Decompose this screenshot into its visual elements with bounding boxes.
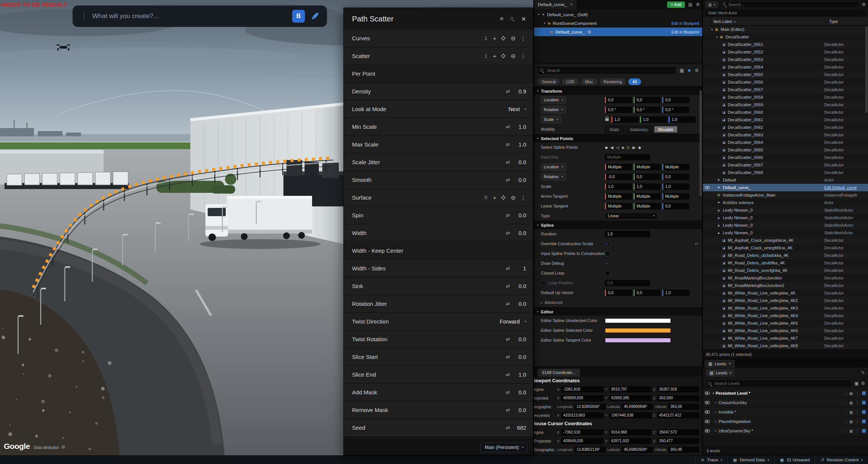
input-input-key[interactable]: Multiple	[605, 154, 650, 160]
vector-field-y[interactable]: 0,0	[634, 290, 661, 296]
ps-row-add-mask[interactable]: Add Mask⇄0.0	[344, 384, 533, 401]
checkbox-input-spline-points-to-construction[interactable]	[605, 251, 610, 256]
loop-position-checkbox[interactable]	[541, 281, 546, 285]
vector-field-y[interactable]: 0,0	[634, 97, 661, 103]
section-editor[interactable]: ▾Editor	[534, 307, 702, 316]
star-icon[interactable]: ★	[687, 68, 691, 73]
outliner-row-decalscatter[interactable]: ▾▣DecalScatter	[703, 33, 868, 41]
outliner-row-decalscatter-0553[interactable]: ◪DecalScatter_0553DecalActor	[703, 56, 868, 63]
swap-icon[interactable]: ⇄	[506, 283, 510, 289]
pencil-icon[interactable]: ✎	[861, 370, 865, 375]
grid-icon[interactable]: ▦	[850, 391, 853, 395]
ps-row-curves[interactable]: Curves1+⊖⋮	[344, 30, 533, 47]
close-icon[interactable]: ✕	[729, 362, 732, 366]
ps-row-slice-start[interactable]: Slice Start⇄0.0	[344, 348, 533, 365]
axis-dropdown[interactable]: Scale▾	[541, 116, 561, 123]
level-color-chip[interactable]	[862, 410, 866, 414]
checkbox-closed-loop[interactable]	[605, 271, 610, 276]
outliner-row-decalscatter-0564[interactable]: ◪DecalScatter_0564DecalActor	[703, 139, 868, 146]
outliner-search-input[interactable]	[720, 1, 859, 8]
grid-icon[interactable]: ▦	[850, 410, 853, 414]
light-icon[interactable]: ◌	[845, 410, 847, 414]
statusbar-31-unsaved[interactable]: ▣31 Unsaved	[775, 456, 815, 464]
grid-icon[interactable]: ▦	[680, 68, 684, 73]
outliner-row-decalscatter-0556[interactable]: ◪DecalScatter_0556DecalActor	[703, 78, 868, 86]
options-icon[interactable]: ⋮	[856, 410, 859, 414]
spline-point-tool-icon[interactable]: ◆	[605, 145, 608, 150]
outliner-row-decalscatter-0560[interactable]: ◪DecalScatter_0560DecalActor	[703, 108, 868, 116]
swap-icon[interactable]: ⇄	[506, 159, 510, 165]
vector-field-y[interactable]: Multiple	[634, 164, 661, 170]
axis-dropdown[interactable]: Rotation▾	[541, 106, 566, 113]
blueprint-icon[interactable]: ▤	[688, 2, 692, 7]
outliner-row-mi-white-road-line-vetkcjdew-4k2[interactable]: ◪MI_White_Road_Line_vetkcjdew_4K2DecalAc…	[703, 297, 868, 304]
ps-row-width-keep-center[interactable]: Width - Keep Center	[344, 242, 533, 259]
outliner-row-decalscatter-0561[interactable]: ◪DecalScatter_0561DecalActor	[703, 116, 868, 124]
swap-icon[interactable]: ⇄	[506, 354, 510, 360]
outliner-row-decalscatter-0566[interactable]: ◪DecalScatter_0566DecalActor	[703, 154, 868, 161]
outliner-row-decalscatter-0559[interactable]: ◪DecalScatter_0559DecalActor	[703, 101, 868, 108]
visibility-eye-icon[interactable]	[703, 420, 711, 423]
component-row-default-curve-0[interactable]: ◎Default_curve_ : 0Edit in Blueprint	[534, 27, 702, 36]
ps-row-surface[interactable]: Surface0+⊖⋮	[344, 189, 533, 206]
filter-general[interactable]: General	[537, 78, 560, 85]
item-label-column[interactable]: Item Label ▴	[711, 19, 827, 24]
component-row-default-curve-self[interactable]: ▾✦Default_curve_ (Self)	[534, 10, 702, 19]
settings-icon[interactable]: ⚙	[862, 2, 866, 7]
gear-icon[interactable]: ⚙	[695, 68, 699, 73]
level-color-chip[interactable]	[862, 401, 866, 404]
outliner-row-mi-white-road-line-vetkcjdew-4k[interactable]: ◪MI_White_Road_Line_vetkcjdew_4KDecalAct…	[703, 289, 868, 297]
ps-row-slice-end[interactable]: Slice End⇄1.0	[344, 366, 533, 383]
scrollbar[interactable]	[865, 26, 868, 113]
gear-icon[interactable]: ⚙	[696, 2, 700, 7]
visibility-eye-icon[interactable]	[703, 186, 711, 189]
axis-dropdown[interactable]: Location▾	[541, 163, 566, 171]
vector-field-z[interactable]: Multiple	[662, 164, 689, 170]
swap-icon[interactable]: ⇄	[506, 266, 510, 271]
visibility-eye-icon[interactable]	[703, 429, 711, 432]
color-swatch-editor-spline-tangent-color[interactable]	[605, 338, 671, 343]
edit-in-blueprint-link[interactable]: Edit in Blueprint	[671, 30, 699, 34]
picker-icon[interactable]	[501, 195, 506, 200]
level-row-cesiumsunsky[interactable]: •CesiumSunSky◌▦⋮	[703, 398, 868, 408]
ps-row-smooth[interactable]: Smooth⇄0.0	[344, 171, 533, 188]
ps-row-width-sides[interactable]: Width - Sides⇄1	[344, 260, 533, 277]
outliner-row-mi-road-debris-ucecfghka-4k[interactable]: ◪MI_Road_Debris_ucecfghka_4KDecalActor	[703, 267, 868, 274]
grid-icon[interactable]: ▦	[850, 420, 853, 424]
remove-element-icon[interactable]: ⊖	[511, 53, 516, 59]
spline-point-tool-icon[interactable]: ◈	[622, 145, 625, 150]
grid-icon[interactable]: ▦	[850, 429, 853, 433]
vector-field-x[interactable]: 0,0	[605, 97, 632, 103]
vector-field-z[interactable]: 1,0	[662, 290, 689, 296]
swap-icon[interactable]: ⇄	[506, 212, 510, 218]
ps-row-sink[interactable]: Sink⇄0.0	[344, 278, 533, 295]
checkbox-draw-debug[interactable]: ✓	[605, 261, 610, 266]
outliner-row-leafy-ninewn-0[interactable]: ▲Leafy Ninewn_0StaticMeshActor	[703, 206, 868, 214]
vector-field-y[interactable]: 0,0	[634, 174, 661, 180]
revert-icon[interactable]: ↩	[695, 241, 698, 246]
visibility-eye-icon[interactable]	[703, 401, 711, 404]
filter-all[interactable]: All	[628, 78, 641, 85]
vector-field-x[interactable]: Multiple	[605, 203, 632, 209]
swap-icon[interactable]: ⇄	[506, 407, 510, 413]
type-column[interactable]: Type	[827, 19, 868, 24]
outliner-row-decalscatter-0554[interactable]: ◪DecalScatter_0554DecalActor	[703, 63, 868, 71]
vector-field-z[interactable]: 0,0	[662, 203, 689, 209]
level-row-placedvegetation[interactable]: •PlacedVegetation◌▦⋮	[703, 417, 868, 426]
outliner-row-leafy-ninewn-0[interactable]: ▲Leafy Ninewn_0StaticMeshActor	[703, 214, 868, 221]
outliner-row-decalscatter-0565[interactable]: ◪DecalScatter_0565DecalActor	[703, 146, 868, 154]
picker-icon[interactable]	[501, 53, 506, 58]
ps-row-seed[interactable]: Seed⇄682	[344, 419, 533, 436]
outliner-row-mi-white-road-line-vetkcjdew-4k5[interactable]: ◪MI_White_Road_Line_vetkcjdew_4K5DecalAc…	[703, 319, 868, 327]
edit-actor-link[interactable]: Edit Default_curve	[824, 185, 866, 190]
ps-row-spin[interactable]: Spin⇄0.0	[344, 207, 533, 224]
outliner-row-mi-asphalt-crack-umegahkcw-4k[interactable]: ◪MI_Asphalt_Crack_umegahkcw_4KDecalActor	[703, 237, 868, 244]
outliner-row-default[interactable]: ✦DefaultActor	[703, 176, 868, 184]
checkbox-override-construction-script[interactable]: ✓	[605, 241, 610, 246]
statusbar-trace[interactable]: ≋Trace▾	[695, 456, 727, 464]
outliner-row-leafy-ninewn-0[interactable]: ▲Leafy Ninewn_0StaticMeshActor	[703, 229, 868, 237]
outliner-row-mi-road-debris-ubvibflka-4k[interactable]: ◪MI_Road_Debris_ubvibflka_4KDecalActor	[703, 259, 868, 267]
add-component-button[interactable]: + Add	[667, 2, 684, 8]
ps-row-max-scale[interactable]: Max Scale⇄1.0	[344, 136, 533, 153]
vector-field-x[interactable]: 0,0	[605, 290, 632, 296]
